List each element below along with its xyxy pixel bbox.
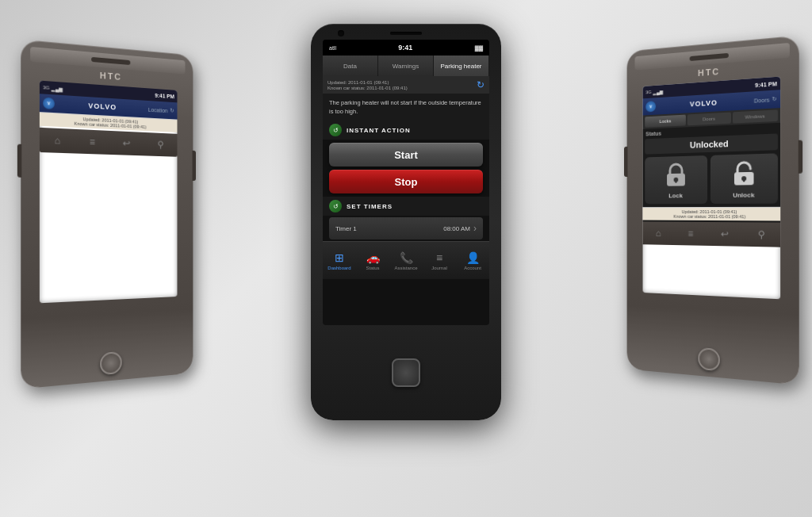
right-back-nav-icon[interactable]: ↩: [721, 228, 729, 239]
svg-rect-2: [675, 180, 676, 183]
right-phone-side-button: [799, 140, 802, 174]
info-text: Updated: 2011-01-01 (09:41) Known car st…: [327, 80, 408, 90]
right-volvo-logo: V: [645, 101, 656, 112]
back-nav-icon[interactable]: ↩: [123, 138, 131, 149]
timer1-right: 08:00 AM ›: [443, 223, 477, 234]
instant-action-title: INSTANT ACTION: [347, 127, 411, 134]
dashboard-icon: ⊞: [335, 251, 344, 264]
htc-brand-label: htc: [100, 71, 122, 82]
nav-assistance[interactable]: 📞 Assistance: [389, 251, 423, 270]
right-side-button: [192, 151, 195, 181]
lock-label: Lock: [668, 192, 683, 199]
htc-brand-label-right: htc: [698, 67, 720, 78]
nav-bar: ⌂ ≡ ↩ ⚲: [40, 128, 178, 157]
right-menu-nav-icon[interactable]: ≡: [688, 228, 693, 239]
start-button[interactable]: Start: [329, 143, 483, 167]
instant-action-icon: ↺: [329, 124, 342, 136]
right-home-button[interactable]: [698, 347, 720, 371]
journal-label: Journal: [431, 266, 447, 270]
volvo-logo: V: [43, 98, 55, 109]
account-icon: 👤: [466, 251, 480, 264]
set-timers-title: SET TIMERS: [347, 203, 393, 210]
journal-icon: ≡: [436, 251, 442, 264]
refresh-icon[interactable]: ↻: [477, 79, 485, 90]
tab-locks[interactable]: Locks: [645, 115, 686, 128]
left-phone: htc 3G ▂▄▆ 9:41 PM V VOLVO Location ↻: [21, 39, 193, 389]
sensor: [468, 30, 474, 36]
center-iphone: atll 9:41 ▓▓ Data Warnings Parking heate…: [311, 24, 501, 420]
lock-button[interactable]: Lock: [645, 155, 707, 204]
nav-status[interactable]: 🚗 Status: [356, 251, 389, 270]
iphone-status-bar: atll 9:41 ▓▓: [323, 40, 489, 56]
iphone-speaker: [390, 32, 422, 35]
lock-padlock-icon: [662, 161, 689, 190]
speaker-grille: [91, 57, 130, 65]
timer-icon: ↺: [329, 200, 342, 213]
nav-dashboard[interactable]: ⊞ Dashboard: [323, 251, 356, 270]
iphone-screen: atll 9:41 ▓▓ Data Warnings Parking heate…: [323, 40, 489, 325]
iphone-top: [330, 24, 482, 40]
tab-warnings[interactable]: Warnings: [378, 56, 434, 76]
right-phone-bottom: [698, 295, 720, 377]
right-phone: htc 3G ▂▄▆ 9:41 PM V VOLVO Doors ↻ Locks: [627, 35, 799, 385]
right-home-nav-icon[interactable]: ⌂: [656, 228, 661, 239]
timer1-time: 08:00 AM: [443, 225, 470, 232]
speaker-grille-right: [690, 53, 729, 61]
right-nav-bar: ⌂ ≡ ↩ ⚲: [643, 221, 781, 247]
nav-account[interactable]: 👤 Account: [456, 251, 489, 270]
home-button[interactable]: [100, 351, 122, 375]
timer1-row[interactable]: Timer 1 08:00 AM ›: [329, 217, 483, 239]
right-screen: 3G ▂▄▆ 9:41 PM V VOLVO Doors ↻ Locks Doo…: [643, 77, 781, 300]
search-nav-icon[interactable]: ⚲: [158, 140, 164, 151]
iphone-battery: ▓▓: [475, 45, 483, 51]
right-phone-left-button: [624, 147, 627, 177]
home-nav-icon[interactable]: ⌂: [55, 135, 61, 147]
tab-parking-heater[interactable]: Parking heater: [434, 56, 489, 76]
status-icon: 🚗: [366, 251, 380, 264]
right-status-time: 9:41 PM: [755, 81, 777, 88]
status-time: 9:41 PM: [155, 92, 174, 98]
nav-journal[interactable]: ≡ Journal: [423, 251, 456, 270]
account-label: Account: [464, 266, 481, 270]
tab-doors[interactable]: Doors: [688, 113, 730, 126]
assistance-icon: 📞: [400, 251, 413, 264]
info-line1: Updated: 2011-01-01 (09:41): [327, 80, 408, 85]
assistance-label: Assistance: [394, 266, 417, 270]
timer1-arrow: ›: [473, 223, 477, 234]
svg-rect-5: [743, 178, 745, 182]
unlock-padlock-icon: [729, 159, 758, 188]
htc-speaker-bar-right: [635, 43, 790, 71]
info-bar: Updated: 2011-01-01 (09:41) Known car st…: [323, 76, 489, 94]
phone-bottom: [100, 299, 122, 381]
left-side-button: [17, 144, 21, 178]
lock-unlock-buttons: Lock Unlock: [643, 150, 781, 207]
info-line2: Known car status: 2011-01-01 (09:41): [327, 86, 408, 90]
right-footer-line2: Known car status: 2011-01-01 (09:41): [645, 214, 777, 220]
header-right: Location ↻: [148, 106, 174, 114]
right-signal-icons: 3G ▂▄▆: [645, 88, 663, 94]
right-app-title: VOLVO: [690, 98, 718, 108]
locks-content: Locks Doors Windows Status Unlocked: [643, 108, 781, 247]
instant-action-header: ↺ INSTANT ACTION: [323, 121, 489, 140]
left-screen: 3G ▂▄▆ 9:41 PM V VOLVO Location ↻ 📶: [40, 81, 178, 304]
unlock-button[interactable]: Unlock: [710, 153, 778, 204]
menu-nav-icon[interactable]: ≡: [90, 136, 95, 147]
iphone-signal: atll: [329, 45, 336, 51]
iphone-home-button[interactable]: [392, 358, 420, 387]
front-camera: [338, 30, 344, 36]
htc-speaker-bar: [30, 47, 185, 75]
iphone-tabs: Data Warnings Parking heater: [323, 56, 489, 76]
right-status-footer: Updated: 2011-01-01 (09:41) Known car st…: [643, 207, 781, 221]
right-search-nav-icon[interactable]: ⚲: [758, 229, 765, 241]
timer1-label: Timer 1: [335, 225, 357, 232]
app-title: VOLVO: [88, 101, 117, 111]
dashboard-label: Dashboard: [327, 266, 350, 270]
status-label: Status: [366, 266, 379, 270]
tab-data[interactable]: Data: [323, 56, 378, 76]
warning-text: The parking heater will not start if the…: [323, 94, 489, 121]
set-timers-header: ↺ SET TIMERS: [323, 197, 489, 216]
right-header-right: Doors ↻: [754, 96, 777, 104]
stop-button[interactable]: Stop: [329, 170, 483, 193]
tab-windows[interactable]: Windows: [733, 109, 778, 123]
iphone-bottom-nav: ⊞ Dashboard 🚗 Status 📞 Assistance ≡ Jour…: [323, 241, 489, 279]
